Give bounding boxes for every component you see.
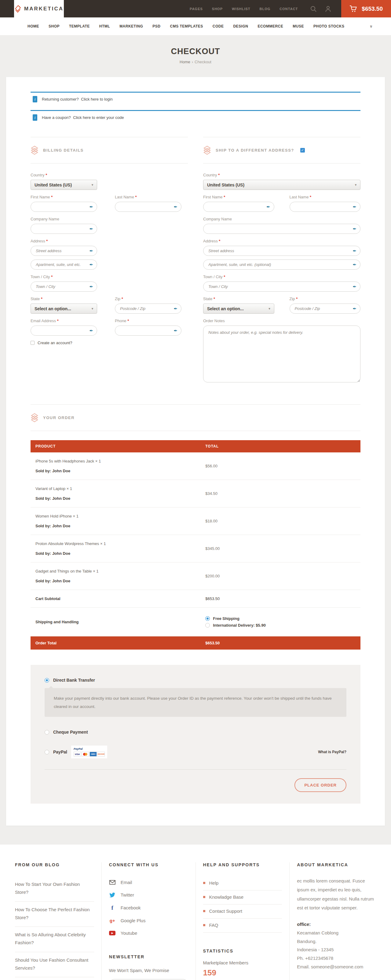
shipping-company-input[interactable] xyxy=(203,224,361,234)
pen-icon: ✒ xyxy=(353,284,356,288)
top-nav-blog[interactable]: BLOG xyxy=(260,7,271,11)
search-icon[interactable] xyxy=(310,5,317,12)
tag-icon xyxy=(14,5,21,13)
brand-logo[interactable]: MARKETICA xyxy=(14,0,64,18)
menu-shop[interactable]: SHOP xyxy=(49,24,60,29)
billing-company-input[interactable] xyxy=(30,224,97,234)
social-email-link[interactable]: Email xyxy=(109,877,188,889)
menu-ecommerce[interactable]: ECOMMERCE xyxy=(257,24,283,29)
blog-post-link[interactable]: How To Choose The Perfect Fashion Store? xyxy=(15,902,94,927)
menu-photo-stocks[interactable]: PHOTO STOCKS xyxy=(313,24,345,29)
billing-first-name-input[interactable] xyxy=(30,202,97,212)
top-nav-wishlist[interactable]: WISHLIST xyxy=(232,7,251,11)
top-nav-contact[interactable]: CONTACT xyxy=(280,7,298,11)
billing-town-input[interactable] xyxy=(30,282,97,292)
blog-post-link[interactable]: Should You Use Fashion Consultant Servic… xyxy=(15,952,94,978)
top-nav-pages[interactable]: PAGES xyxy=(190,7,203,11)
menu-marketing[interactable]: MARKETING xyxy=(119,24,143,29)
info-icon: i xyxy=(33,115,37,121)
billing-apartment-input[interactable] xyxy=(30,259,97,270)
pen-icon: ✒ xyxy=(353,226,356,231)
billing-country-label: Country * xyxy=(30,173,97,177)
shipping-first-name-input[interactable] xyxy=(203,202,274,212)
knowledge-base-link[interactable]: Knowladge Base xyxy=(203,891,282,905)
chevron-down-icon: ▾ xyxy=(92,307,93,310)
social-youtube-link[interactable]: ▶ Youtube xyxy=(109,927,188,940)
coupon-notice: i Have a coupon? Click here to enter you… xyxy=(30,110,361,127)
social-twitter-link[interactable]: Twitter xyxy=(109,889,188,902)
order-row: iPhone 5s with Headphones Jack × 1Sold b… xyxy=(30,452,361,480)
social-facebook-link[interactable]: f Facebook xyxy=(109,902,188,915)
shipping-zip-input[interactable] xyxy=(289,304,361,313)
menu-design[interactable]: DESIGN xyxy=(233,24,248,29)
menu-overflow-icon[interactable]: » xyxy=(369,25,374,27)
cart-icon xyxy=(350,5,358,13)
item-name: Women Hold iPhone × 1 xyxy=(35,514,196,519)
billing-state-select[interactable]: Select an option...▾ xyxy=(30,304,97,313)
payment-cheque[interactable]: Cheque Payment xyxy=(45,730,346,735)
shipping-last-name-input[interactable] xyxy=(289,202,361,212)
subtotal-row: Cart Subtotal $653.50 xyxy=(30,590,361,608)
shipping-street-input[interactable] xyxy=(203,246,361,256)
menu-psd[interactable]: PSD xyxy=(153,24,161,29)
order-row: Variant of Laptop × 1Sold by: John Doe $… xyxy=(30,480,361,508)
shipping-apartment-input[interactable] xyxy=(203,259,361,270)
facebook-icon: f xyxy=(109,905,116,911)
bank-transfer-description: Make your payment directly into our bank… xyxy=(45,688,346,717)
cart-button[interactable]: $653.50 xyxy=(341,0,391,18)
billing-email-input[interactable] xyxy=(30,326,97,336)
place-order-button[interactable]: PLACE ORDER xyxy=(294,778,346,792)
top-nav-shop[interactable]: SHOP xyxy=(212,7,223,11)
footer-about-column: ABOUT MARKETICA ec mollis lorem consequa… xyxy=(289,862,383,980)
item-total: $34.50 xyxy=(200,480,361,508)
pen-icon: ✒ xyxy=(89,284,93,288)
pen-icon: ✒ xyxy=(89,204,93,209)
menu-home[interactable]: HOME xyxy=(27,24,39,29)
office-line: Email. someone@someone.com xyxy=(297,963,376,971)
social-googleplus-link[interactable]: g+ Google Plus xyxy=(109,915,188,927)
breadcrumb-home[interactable]: Home xyxy=(180,60,190,64)
ship-different-checkbox[interactable]: ✓ xyxy=(300,148,305,153)
statistics-title: STATISTICS xyxy=(203,948,282,953)
shipping-option-free[interactable]: Free Shipping xyxy=(205,616,356,621)
billing-zip-input[interactable] xyxy=(115,304,181,313)
menu-cms-templates[interactable]: CMS TEMPLATES xyxy=(170,24,203,29)
menu-muse[interactable]: MUSE xyxy=(292,24,304,29)
shipping-option-international[interactable]: International Delivery: $5.90 xyxy=(205,623,356,628)
payment-bank-transfer[interactable]: Direct Bank Transfer xyxy=(45,678,346,682)
billing-phone-input[interactable] xyxy=(115,326,181,336)
menu-code[interactable]: CODE xyxy=(213,24,224,29)
blog-post-link[interactable]: What is So Alluring About Celebrity Fash… xyxy=(15,927,94,952)
shipping-country-select[interactable]: United States (US)▾ xyxy=(203,180,361,190)
help-link[interactable]: Help xyxy=(203,877,282,891)
shipping-company-label: Company Name xyxy=(203,217,361,221)
billing-street-input[interactable] xyxy=(30,246,97,256)
create-account-checkbox[interactable]: Create an account? xyxy=(30,340,188,345)
menu-html[interactable]: HTML xyxy=(99,24,110,29)
office-line: Bandung. xyxy=(297,937,376,946)
coupon-link[interactable]: Click here to enter your code xyxy=(72,115,124,120)
billing-country-select[interactable]: United States (US)▾ xyxy=(30,180,97,190)
office-info: office: Kecamatan Coblong Bandung. Indon… xyxy=(297,920,376,971)
what-is-paypal-link[interactable]: What is PayPal? xyxy=(318,750,346,754)
user-icon[interactable] xyxy=(325,5,331,12)
order-table: PRODUCT TOTAL iPhone 5s with Headphones … xyxy=(30,440,361,649)
blog-post-link[interactable]: Plus Size Fashion: Is There Such a Thing… xyxy=(15,977,94,980)
pen-icon: ✒ xyxy=(173,306,178,310)
faq-link[interactable]: FAQ xyxy=(203,918,282,932)
discover-card-icon: DISCOVER xyxy=(97,752,105,757)
shipping-label: Shipping and Handling xyxy=(30,608,200,636)
item-seller: Sold by: John Doe xyxy=(35,551,196,556)
menu-template[interactable]: TEMPLATE xyxy=(69,24,90,29)
billing-first-name-label: First Name * xyxy=(30,195,97,199)
payment-paypal[interactable]: PayPal xyxy=(45,749,67,754)
item-seller: Sold by: John Doe xyxy=(35,469,196,473)
billing-last-name-input[interactable] xyxy=(115,202,181,212)
shipping-town-label: Town / City * xyxy=(203,275,361,279)
shipping-town-input[interactable] xyxy=(203,282,361,292)
contact-support-link[interactable]: Contact Support xyxy=(203,905,282,918)
order-notes-textarea[interactable] xyxy=(203,326,361,382)
login-link[interactable]: Click here to login xyxy=(80,97,113,102)
shipping-state-select[interactable]: Select an option...▾ xyxy=(203,304,274,313)
blog-post-link[interactable]: How To Start Your Own Fashion Store? xyxy=(15,877,94,902)
